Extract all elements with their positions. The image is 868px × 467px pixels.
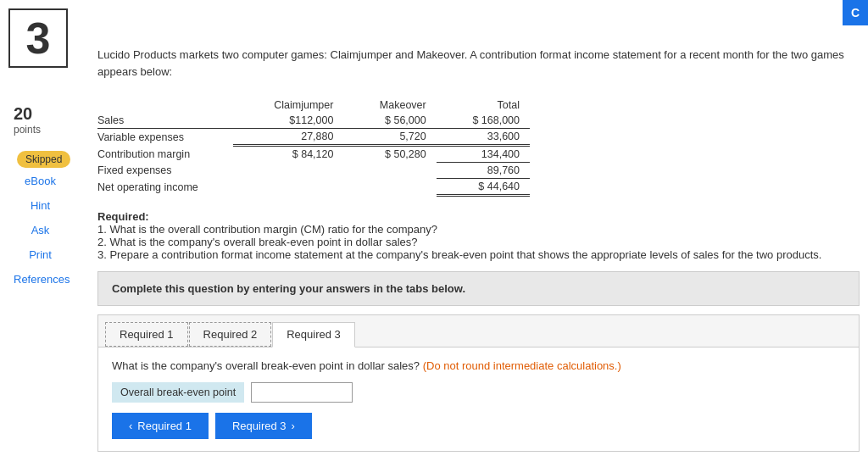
income-table: Claimjumper Makeover Total Sales $112,00…: [97, 97, 530, 197]
cell-fixed-total: 89,760: [437, 163, 530, 179]
nav-link-ask[interactable]: Ask: [0, 219, 81, 242]
row-label-noi: Net operating income: [97, 179, 233, 196]
cell-sales-makeover: $ 56,000: [343, 113, 436, 129]
prev-required-button[interactable]: ‹ Required 1: [112, 413, 209, 439]
required-item-1: 1. What is the overall contribution marg…: [97, 223, 437, 236]
input-row: Overall break-even point: [112, 382, 845, 403]
required-title: Required:: [97, 210, 149, 223]
tab-required-1[interactable]: Required 1: [105, 322, 188, 347]
row-label-cm: Contribution margin: [97, 146, 233, 163]
cell-sales-claimjumper: $112,000: [233, 113, 343, 129]
tab-bar: Required 1 Required 2 Required 3: [98, 315, 859, 347]
tab-note: (Do not round intermediate calculations.…: [423, 359, 621, 372]
complete-box: Complete this question by entering your …: [97, 271, 860, 306]
prev-icon: ‹: [129, 420, 132, 432]
nav-link-print[interactable]: Print: [0, 243, 81, 266]
question-number: 3: [8, 8, 68, 68]
next-icon: ›: [292, 420, 295, 432]
table-row: Fixed expenses 89,760: [97, 163, 530, 179]
nav-link-references[interactable]: References: [0, 268, 81, 291]
top-bar-button[interactable]: C: [843, 0, 868, 25]
nav-link-hint[interactable]: Hint: [0, 194, 81, 217]
cell-variable-total: 33,600: [437, 129, 530, 146]
col-total: Total: [437, 97, 530, 113]
top-bar-icon: C: [851, 6, 860, 19]
row-label-variable: Variable expenses: [97, 129, 233, 146]
row-label-fixed: Fixed expenses: [97, 163, 233, 179]
table-row: Variable expenses 27,880 5,720 33,600: [97, 129, 530, 146]
points-label: points: [14, 124, 71, 136]
cell-variable-makeover: 5,720: [343, 129, 436, 146]
table-row: Net operating income $ 44,640: [97, 179, 530, 196]
question-text: Lucido Products markets two computer gam…: [97, 47, 851, 80]
table-row: Sales $112,000 $ 56,000 $ 168,000: [97, 113, 530, 129]
required-item-3: 3. Prepare a contribution format income …: [97, 248, 821, 261]
tab-content: What is the company's overall break-even…: [98, 347, 859, 451]
input-label: Overall break-even point: [112, 382, 244, 403]
row-label-sales: Sales: [97, 113, 233, 129]
main-content: Claimjumper Makeover Total Sales $112,00…: [97, 97, 860, 467]
next-required-button[interactable]: Required 3 ›: [215, 413, 312, 439]
prev-label: Required 1: [137, 420, 192, 432]
skipped-badge: Skipped: [17, 151, 70, 168]
break-even-input[interactable]: [251, 382, 353, 403]
tab-question: What is the company's overall break-even…: [112, 359, 845, 372]
col-makeover: Makeover: [343, 97, 436, 113]
table-row: Contribution margin $ 84,120 $ 50,280 13…: [97, 146, 530, 163]
left-sidebar: 20 points Skipped: [0, 97, 85, 176]
cell-variable-claimjumper: 27,880: [233, 129, 343, 146]
points-display: 20 points: [0, 97, 85, 142]
tab-question-text: What is the company's overall break-even…: [112, 359, 423, 372]
tab-required-3[interactable]: Required 3: [272, 322, 355, 347]
nav-link-ebook[interactable]: eBook: [0, 170, 81, 192]
complete-box-text: Complete this question by entering your …: [112, 282, 465, 295]
cell-cm-total: 134,400: [437, 146, 530, 163]
cell-sales-total: $ 168,000: [437, 113, 530, 129]
col-claimjumper: Claimjumper: [233, 97, 343, 113]
required-section: Required: 1. What is the overall contrib…: [97, 210, 860, 261]
next-label: Required 3: [232, 420, 287, 432]
tabs-area: Required 1 Required 2 Required 3 What is…: [97, 314, 860, 452]
points-value: 20: [14, 104, 71, 124]
bottom-nav: ‹ Required 1 Required 3 ›: [112, 413, 845, 439]
required-item-2: 2. What is the company's overall break-e…: [97, 236, 418, 248]
tab-required-2[interactable]: Required 2: [189, 322, 272, 347]
cell-noi-total: $ 44,640: [437, 179, 530, 196]
cell-cm-makeover: $ 50,280: [343, 146, 436, 163]
nav-links: eBook Hint Ask Print References: [0, 170, 81, 291]
cell-cm-claimjumper: $ 84,120: [233, 146, 343, 163]
